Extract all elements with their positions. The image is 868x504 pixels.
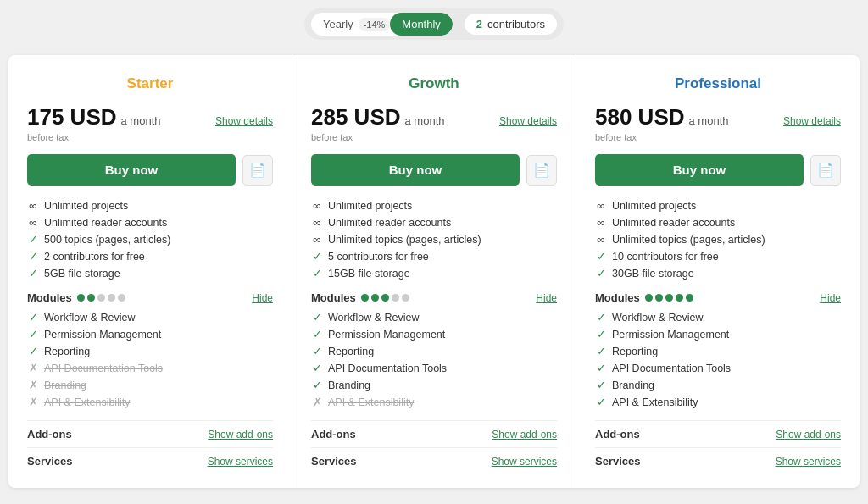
buy-button-starter[interactable]: Buy now xyxy=(27,154,236,186)
module-icon: ✓ xyxy=(595,396,607,408)
discount-badge: -14% xyxy=(359,18,391,31)
feature-icon: ∞ xyxy=(27,199,39,212)
module-dot xyxy=(97,294,105,302)
receipt-button-starter[interactable]: 📄 xyxy=(242,155,273,186)
modules-label-starter: Modules xyxy=(27,291,125,304)
modules-label-growth: Modules xyxy=(311,291,409,304)
module-text: Workflow & Review xyxy=(44,312,135,324)
module-icon: ✓ xyxy=(595,345,607,357)
module-icon: ✗ xyxy=(311,396,323,408)
yearly-button[interactable]: Yearly xyxy=(311,13,365,36)
module-icon: ✓ xyxy=(595,379,607,391)
module-dot xyxy=(381,294,389,302)
feature-icon: ∞ xyxy=(595,216,607,229)
services-link[interactable]: Show services xyxy=(208,456,273,468)
modules-label-professional: Modules xyxy=(595,291,693,304)
module-item: ✓ Permission Management xyxy=(27,328,273,341)
price-unit-growth: a month xyxy=(405,114,445,127)
module-icon: ✓ xyxy=(311,362,323,374)
modules-hide-starter[interactable]: Hide xyxy=(252,292,273,304)
addons-row-professional: Add-ons Show add-ons xyxy=(595,420,841,447)
module-text: Permission Management xyxy=(328,329,445,341)
plan-card-professional: Professional 580 USD a month Show detail… xyxy=(576,55,860,488)
receipt-button-professional[interactable]: 📄 xyxy=(810,155,841,186)
before-tax-growth: before tax xyxy=(311,132,557,142)
feature-text: Unlimited topics (pages, articles) xyxy=(612,234,765,246)
addons-label: Add-ons xyxy=(311,428,356,440)
feature-item: ∞ Unlimited topics (pages, articles) xyxy=(311,233,557,246)
monthly-button[interactable]: Monthly xyxy=(390,13,453,36)
module-item: ✓ Workflow & Review xyxy=(311,311,557,324)
billing-controls: Yearly -14% Monthly 2 contributors xyxy=(304,8,564,40)
module-dot xyxy=(402,294,409,302)
plans-container: Starter 175 USD a month Show details bef… xyxy=(8,55,860,488)
plan-name-professional: Professional xyxy=(595,75,841,92)
modules-header-professional: Modules Hide xyxy=(595,291,841,304)
show-details-starter[interactable]: Show details xyxy=(215,115,273,127)
feature-item: ✓ 10 contributors for free xyxy=(595,250,841,263)
feature-text: 30GB file storage xyxy=(612,268,694,280)
addons-link[interactable]: Show add-ons xyxy=(208,429,273,440)
module-dot xyxy=(371,294,379,302)
feature-item: ∞ Unlimited reader accounts xyxy=(27,216,273,229)
price-unit-professional: a month xyxy=(689,114,729,127)
feature-item: ∞ Unlimited topics (pages, articles) xyxy=(595,233,841,246)
feature-icon: ∞ xyxy=(311,233,323,246)
feature-item: ✓ 30GB file storage xyxy=(595,267,841,280)
services-link[interactable]: Show services xyxy=(776,456,841,468)
buy-row-growth: Buy now 📄 xyxy=(311,154,557,186)
show-details-growth[interactable]: Show details xyxy=(499,115,557,127)
module-item: ✗ API & Extensibility xyxy=(311,396,557,408)
module-dot xyxy=(392,294,399,302)
plan-card-growth: Growth 285 USD a month Show details befo… xyxy=(292,55,576,488)
module-icon: ✓ xyxy=(311,379,323,391)
module-dot xyxy=(108,294,115,302)
modules-header-growth: Modules Hide xyxy=(311,291,557,304)
module-icon: ✓ xyxy=(27,311,39,324)
module-item: ✓ Reporting xyxy=(311,345,557,357)
price-row-professional: 580 USD a month Show details xyxy=(595,104,841,130)
buy-button-professional[interactable]: Buy now xyxy=(595,154,804,186)
price-amount-growth: 285 USD xyxy=(311,104,401,130)
services-label: Services xyxy=(311,455,357,468)
addons-label: Add-ons xyxy=(595,428,640,440)
feature-icon: ✓ xyxy=(27,267,39,280)
module-item: ✓ Reporting xyxy=(595,345,841,357)
addons-link[interactable]: Show add-ons xyxy=(776,429,841,440)
feature-text: Unlimited reader accounts xyxy=(612,217,735,229)
module-icon: ✓ xyxy=(27,328,39,341)
feature-text: Unlimited topics (pages, articles) xyxy=(328,234,481,246)
module-item: ✓ Permission Management xyxy=(595,328,841,341)
feature-text: 5 contributors for free xyxy=(328,251,429,263)
module-dot xyxy=(665,294,673,302)
modules-hide-professional[interactable]: Hide xyxy=(820,292,841,304)
module-text: Workflow & Review xyxy=(612,312,703,324)
module-item: ✓ Workflow & Review xyxy=(595,311,841,324)
buy-button-growth[interactable]: Buy now xyxy=(311,154,520,186)
addons-label: Add-ons xyxy=(27,428,72,440)
feature-item: ∞ Unlimited reader accounts xyxy=(311,216,557,229)
module-item: ✗ Branding xyxy=(27,379,273,391)
services-link[interactable]: Show services xyxy=(492,456,557,468)
addons-link[interactable]: Show add-ons xyxy=(492,429,557,440)
feature-text: 15GB file storage xyxy=(328,268,410,280)
feature-item: ∞ Unlimited projects xyxy=(27,199,273,212)
feature-text: Unlimited projects xyxy=(44,200,128,212)
before-tax-starter: before tax xyxy=(27,132,273,142)
modules-hide-growth[interactable]: Hide xyxy=(536,292,557,304)
price-row-growth: 285 USD a month Show details xyxy=(311,104,557,130)
module-text: Workflow & Review xyxy=(328,312,419,324)
feature-icon: ∞ xyxy=(595,233,607,246)
addons-row-starter: Add-ons Show add-ons xyxy=(27,420,273,447)
module-text: Branding xyxy=(612,379,654,391)
modules-text: Modules xyxy=(27,291,72,304)
before-tax-professional: before tax xyxy=(595,132,841,142)
module-dot xyxy=(361,294,369,302)
feature-item: ✓ 500 topics (pages, articles) xyxy=(27,233,273,246)
module-icon: ✓ xyxy=(311,328,323,341)
receipt-button-growth[interactable]: 📄 xyxy=(526,155,557,186)
modules-header-starter: Modules Hide xyxy=(27,291,273,304)
feature-item: ✓ 2 contributors for free xyxy=(27,250,273,263)
show-details-professional[interactable]: Show details xyxy=(783,115,841,127)
module-item: ✓ Reporting xyxy=(27,345,273,357)
